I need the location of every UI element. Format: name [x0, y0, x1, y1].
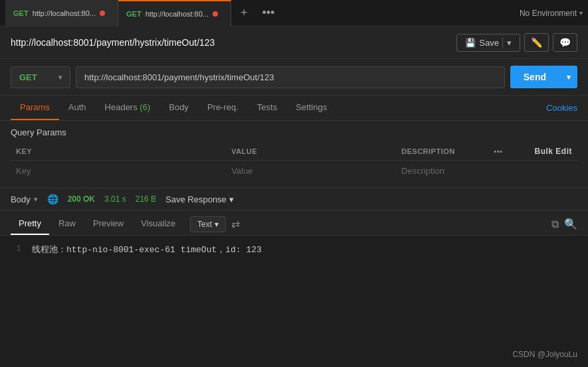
edit-button[interactable]: ✏️	[524, 33, 549, 52]
resp-tab-visualize-label: Visualize	[141, 218, 175, 228]
response-body-label: Body ▾	[11, 194, 38, 204]
tab-bar: GET http://localhost:80... GET http://lo…	[0, 0, 588, 27]
send-label: Send	[510, 66, 559, 88]
response-header: Body ▾ 🌐 200 OK 3.01 s 216 B Save Respon…	[0, 188, 588, 210]
resp-tab-preview-label: Preview	[93, 218, 124, 228]
response-tabs: Pretty Raw Preview Visualize Text ▾ ⇄ ⧉ …	[0, 210, 588, 236]
save-response-chevron-icon: ▾	[229, 194, 234, 204]
resp-tab-pretty-label: Pretty	[19, 218, 41, 228]
value-column-header: VALUE	[226, 143, 396, 161]
response-size: 216 B	[136, 194, 156, 204]
tab-2-dot	[213, 11, 218, 17]
headers-badge: (6)	[140, 102, 150, 112]
key-input-cell[interactable]: Key	[11, 161, 226, 182]
tab-tests-label: Tests	[257, 102, 277, 112]
tab-settings[interactable]: Settings	[286, 96, 336, 120]
send-button[interactable]: Send ▾	[510, 66, 577, 88]
tab-params[interactable]: Params	[11, 96, 59, 120]
key-column-header: KEY	[11, 143, 226, 161]
save-button[interactable]: 💾 Save ▾	[456, 34, 520, 52]
wrap-icon[interactable]: ⇄	[231, 218, 240, 230]
desc-column-header: DESCRIPTION	[396, 143, 488, 161]
query-params-title: Query Params	[11, 127, 577, 137]
copy-button[interactable]: ⧉	[551, 218, 559, 230]
cookies-link[interactable]: Cookies	[546, 103, 577, 113]
tab-prereq-label: Pre-req.	[207, 102, 239, 112]
tab-headers-label: Headers	[105, 102, 138, 112]
request-tabs: Params Auth Headers (6) Body Pre-req. Te…	[0, 96, 588, 121]
save-label: Save	[479, 38, 499, 48]
tab-2-method: GET	[126, 10, 142, 18]
params-table: KEY VALUE DESCRIPTION ••• Bulk Edit Key …	[11, 143, 577, 181]
response-actions: ⧉ 🔍	[551, 218, 577, 230]
query-params-section: Query Params KEY VALUE DESCRIPTION ••• B…	[0, 121, 588, 188]
request-bar: GET ▾ Send ▾	[0, 59, 588, 96]
body-label-text: Body	[11, 194, 31, 204]
method-select[interactable]: GET ▾	[11, 66, 70, 88]
tab-body[interactable]: Body	[159, 96, 198, 120]
request-title: http://localhost:8001/payment/hystrix/ti…	[11, 37, 450, 48]
response-line-1: 1 线程池：http-nio-8001-exec-61 timeOut，id: …	[11, 244, 577, 256]
search-button[interactable]: 🔍	[564, 218, 577, 230]
tab-2[interactable]: GET http://localhost:80...	[118, 0, 231, 27]
line-content: 线程池：http-nio-8001-exec-61 timeOut，id: 12…	[32, 244, 262, 256]
tab-params-label: Params	[20, 102, 50, 112]
save-chevron-icon[interactable]: ▾	[502, 38, 512, 48]
watermark: CSDN @JolyouLu	[512, 350, 577, 359]
format-selector[interactable]: Text ▾	[190, 216, 226, 232]
format-chevron-icon: ▾	[215, 220, 219, 229]
url-bar-actions: 💾 Save ▾ ✏️ 💬	[456, 33, 577, 52]
response-body: 1 线程池：http-nio-8001-exec-61 timeOut，id: …	[0, 236, 588, 263]
tab-1-dot	[100, 11, 105, 16]
tab-settings-label: Settings	[296, 102, 327, 112]
new-tab-button[interactable]: +	[237, 3, 252, 23]
resp-tab-visualize[interactable]: Visualize	[133, 213, 183, 235]
save-response-button[interactable]: Save Response ▾	[165, 194, 234, 204]
resp-tab-preview[interactable]: Preview	[85, 213, 132, 235]
line-number: 1	[11, 244, 21, 256]
more-tabs-button[interactable]: •••	[258, 3, 279, 23]
method-label: GET	[19, 72, 37, 82]
send-chevron-icon[interactable]: ▾	[560, 67, 577, 88]
resp-tab-pretty[interactable]: Pretty	[11, 213, 49, 235]
tab-1-method: GET	[13, 9, 29, 17]
resp-tab-raw-label: Raw	[58, 218, 76, 228]
table-row: Key Value Description	[11, 161, 577, 182]
tab-body-label: Body	[169, 102, 189, 112]
url-input[interactable]	[76, 66, 505, 88]
url-bar: http://localhost:8001/payment/hystrix/ti…	[0, 27, 588, 59]
tab-auth[interactable]: Auth	[59, 96, 96, 120]
tab-1[interactable]: GET http://localhost:80...	[5, 0, 118, 27]
format-label: Text	[197, 220, 212, 229]
tab-prereq[interactable]: Pre-req.	[198, 96, 248, 120]
tab-2-url: http://localhost:80...	[146, 10, 209, 18]
env-label: No Environment	[520, 9, 577, 18]
response-time: 3.01 s	[104, 194, 126, 204]
tab-auth-label: Auth	[68, 102, 86, 112]
env-chevron-icon: ▾	[579, 9, 583, 17]
tab-actions: + •••	[237, 3, 278, 23]
desc-input-cell[interactable]: Description	[396, 161, 488, 182]
save-icon: 💾	[465, 38, 476, 48]
response-status: 200 OK	[68, 194, 95, 204]
env-selector[interactable]: No Environment ▾	[520, 9, 583, 18]
tab-tests[interactable]: Tests	[248, 96, 286, 120]
save-response-label: Save Response	[165, 194, 227, 204]
dots-column-header: •••	[488, 143, 508, 161]
tab-1-url: http://localhost:80...	[33, 9, 96, 17]
comment-button[interactable]: 💬	[553, 33, 577, 52]
bulk-edit-button[interactable]: Bulk Edit	[508, 143, 577, 161]
resp-tab-raw[interactable]: Raw	[50, 213, 84, 235]
body-chevron-icon[interactable]: ▾	[34, 195, 38, 204]
method-chevron-icon: ▾	[58, 74, 62, 81]
tab-headers[interactable]: Headers (6)	[96, 96, 160, 120]
globe-icon: 🌐	[47, 194, 58, 204]
value-input-cell[interactable]: Value	[226, 161, 396, 182]
